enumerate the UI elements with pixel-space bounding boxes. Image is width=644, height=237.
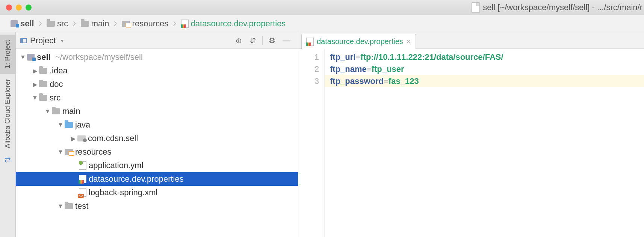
locate-icon[interactable]: ⊕	[233, 35, 244, 46]
cloud-icon: ⇄	[5, 153, 11, 166]
code-content[interactable]: ftp_url=ftp://10.1.11.222:21/data/source…	[325, 49, 644, 237]
folder-icon	[47, 21, 55, 27]
module-icon	[11, 20, 18, 27]
chevron-down-icon[interactable]: ▾	[61, 38, 63, 44]
yaml-file-icon	[79, 161, 86, 170]
crumb-main[interactable]: main	[79, 18, 112, 29]
code-line: ftp_name=ftp_user	[330, 63, 640, 75]
tree-file-datasource-properties[interactable]: datasource.dev.properties	[16, 172, 298, 186]
file-icon	[472, 2, 480, 13]
folder-icon	[52, 108, 60, 114]
chevron-down-icon[interactable]: ▼	[56, 203, 65, 210]
chevron-down-icon[interactable]: ▼	[44, 108, 52, 115]
tree-item-idea[interactable]: ▶ .idea	[16, 64, 298, 77]
tree-root[interactable]: ▼ sell ~/workspace/myself/sell	[16, 50, 298, 64]
editor-tabs: datasource.dev.properties ✕	[298, 32, 644, 49]
chevron-down-icon[interactable]: ▼	[19, 54, 27, 61]
window-title: sell [~/workspace/myself/sell] - .../src…	[483, 3, 642, 12]
tree-item-main[interactable]: ▼ main	[16, 105, 298, 118]
code-line-active: ftp_password=fas_123	[325, 75, 644, 87]
project-panel-header: Project ▾ ⊕ ⇵ ⚙ —	[16, 32, 298, 49]
breadcrumb: sell › src › main › resources › datasour…	[0, 15, 644, 32]
code-editor[interactable]: 1 2 3 ftp_url=ftp://10.1.11.222:21/data/…	[298, 49, 644, 237]
chevron-right-icon[interactable]: ▶	[69, 135, 77, 142]
tab-label: datasource.dev.properties	[317, 37, 403, 46]
line-number-gutter: 1 2 3	[298, 49, 325, 237]
properties-file-icon	[306, 38, 314, 46]
left-gutter: 1: Project Alibaba Cloud Explorer ⇄	[0, 32, 16, 237]
minimize-window-icon[interactable]	[16, 5, 22, 11]
source-folder-icon	[65, 122, 73, 128]
resources-folder-icon	[65, 149, 73, 155]
titlebar: sell [~/workspace/myself/sell] - .../src…	[0, 0, 644, 15]
chevron-down-icon[interactable]: ▼	[31, 94, 39, 101]
package-icon	[77, 135, 86, 141]
tree-item-resources[interactable]: ▼ resources	[16, 145, 298, 159]
gear-icon[interactable]: ⚙	[266, 35, 278, 46]
module-icon	[27, 54, 35, 61]
properties-file-icon	[79, 175, 86, 183]
crumb-file[interactable]: datasource.dev.properties	[179, 18, 288, 29]
xml-file-icon	[79, 188, 86, 197]
project-tree[interactable]: ▼ sell ~/workspace/myself/sell ▶ .idea ▶…	[16, 49, 298, 237]
crumb-resources[interactable]: resources	[119, 18, 171, 29]
tree-item-test[interactable]: ▼ test	[16, 199, 298, 213]
panel-icon	[20, 38, 27, 43]
tree-item-doc[interactable]: ▶ doc	[16, 77, 298, 91]
editor-area: datasource.dev.properties ✕ 1 2 3 ftp_ur…	[298, 32, 644, 237]
folder-icon	[39, 95, 47, 101]
folder-icon	[39, 68, 47, 74]
crumb-sell[interactable]: sell	[8, 18, 36, 29]
folder-icon	[39, 81, 47, 87]
hide-icon[interactable]: —	[281, 35, 292, 46]
tree-item-package[interactable]: ▶ com.cdsn.sell	[16, 132, 298, 145]
collapse-all-icon[interactable]: ⇵	[247, 35, 259, 46]
tree-file-logback-xml[interactable]: logback-spring.xml	[16, 186, 298, 199]
properties-file-icon	[181, 20, 189, 28]
window-controls	[6, 5, 32, 11]
chevron-down-icon[interactable]: ▼	[56, 149, 65, 155]
project-panel: Project ▾ ⊕ ⇵ ⚙ — ▼ sell ~/workspace/mys…	[16, 32, 298, 237]
divider	[262, 36, 263, 45]
sidebar-tab-alibaba[interactable]: Alibaba Cloud Explorer	[0, 74, 16, 153]
close-icon[interactable]: ✕	[406, 38, 411, 45]
zoom-window-icon[interactable]	[26, 5, 32, 11]
close-window-icon[interactable]	[6, 5, 12, 11]
chevron-down-icon[interactable]: ▼	[56, 122, 65, 128]
code-line: ftp_url=ftp://10.1.11.222:21/data/source…	[330, 51, 640, 63]
chevron-right-icon[interactable]: ▶	[31, 67, 39, 74]
panel-title: Project	[30, 36, 56, 46]
sidebar-tab-project[interactable]: 1: Project	[0, 35, 16, 74]
tree-item-src[interactable]: ▼ src	[16, 91, 298, 105]
tree-file-application-yml[interactable]: application.yml	[16, 159, 298, 172]
folder-icon	[65, 203, 73, 209]
editor-tab-datasource[interactable]: datasource.dev.properties ✕	[301, 34, 416, 49]
crumb-src[interactable]: src	[44, 18, 70, 29]
folder-icon	[81, 21, 89, 27]
chevron-right-icon[interactable]: ▶	[31, 81, 39, 88]
tree-item-java[interactable]: ▼ java	[16, 118, 298, 132]
resources-folder-icon	[122, 21, 130, 27]
